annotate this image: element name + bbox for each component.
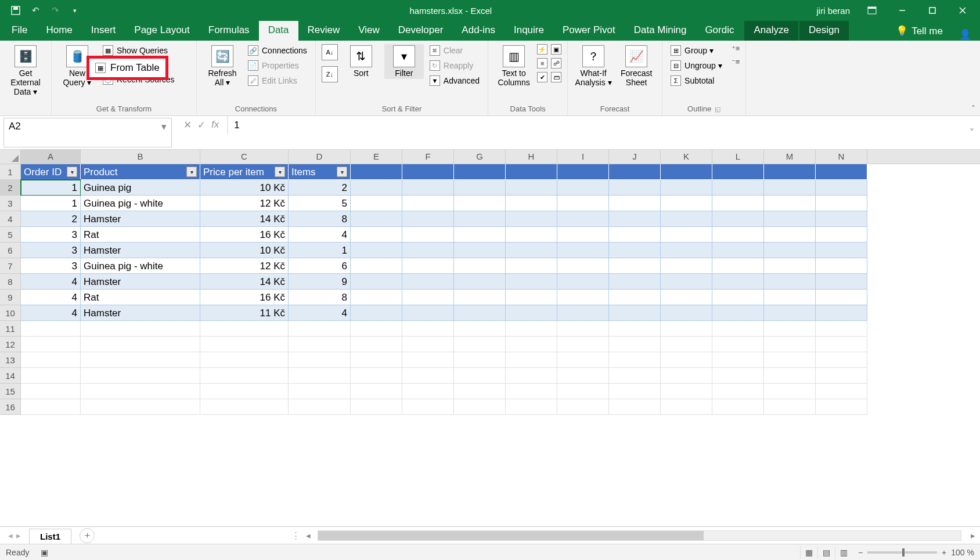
cell[interactable]: 12 Kč [200,258,289,274]
cell[interactable] [557,227,609,243]
cell[interactable] [816,305,867,321]
col-header-F[interactable]: F [402,150,454,164]
cell[interactable] [454,164,506,180]
cell[interactable] [712,180,764,196]
show-detail-icon[interactable]: ⁺≡ [732,44,740,53]
cell[interactable] [506,305,557,321]
col-header-H[interactable]: H [506,150,557,164]
cell[interactable] [816,321,867,337]
cell[interactable] [816,243,867,258]
table-header[interactable]: Items▾ [289,164,351,180]
cell[interactable] [557,274,609,290]
zoom-slider[interactable] [867,551,937,554]
cell[interactable]: 6 [289,258,351,274]
next-sheet-icon[interactable]: ▸ [16,530,21,541]
table-header[interactable]: Order ID▾ [21,164,81,180]
cell[interactable] [351,321,402,337]
cell[interactable] [609,352,661,368]
tab-gordic[interactable]: Gordic [696,21,743,41]
cell[interactable] [289,352,351,368]
col-header-E[interactable]: E [351,150,402,164]
filter-button[interactable]: ▾ Filter [384,44,424,79]
filter-dropdown-icon[interactable]: ▾ [186,167,197,177]
cell[interactable] [454,274,506,290]
cell[interactable] [661,227,712,243]
cell[interactable] [557,368,609,384]
cell[interactable] [712,290,764,305]
maximize-button[interactable] [918,0,946,21]
cell[interactable] [816,274,867,290]
row-header[interactable]: 15 [0,384,21,399]
cell[interactable] [816,337,867,352]
page-layout-view-icon[interactable]: ▤ [817,546,835,559]
tab-inquire[interactable]: Inquire [505,21,553,41]
cell[interactable] [351,274,402,290]
row-header[interactable]: 9 [0,290,21,305]
cell[interactable] [402,399,454,415]
cell[interactable] [557,305,609,321]
row-header[interactable]: 10 [0,305,21,321]
row-header[interactable]: 4 [0,211,21,227]
cell[interactable]: Rat [81,227,200,243]
cell[interactable] [609,399,661,415]
cancel-icon[interactable]: ✕ [183,119,192,131]
cell[interactable] [661,243,712,258]
cell[interactable]: Guinea pig - white [81,258,200,274]
cell[interactable] [21,368,81,384]
cell[interactable] [816,399,867,415]
cell[interactable] [764,321,816,337]
cell[interactable] [661,164,712,180]
cell[interactable]: 9 [289,274,351,290]
cell[interactable]: 3 [21,258,81,274]
cell[interactable]: 14 Kč [200,211,289,227]
cell[interactable] [661,368,712,384]
connections-button[interactable]: 🔗Connections [246,44,309,57]
get-external-data-button[interactable]: 🗄️ Get External Data ▾ [6,44,45,97]
dialog-launcher-icon[interactable]: ◱ [715,106,720,113]
cell[interactable] [506,352,557,368]
cell[interactable] [557,258,609,274]
cell[interactable] [816,164,867,180]
sheet-tab[interactable]: List1 [29,529,71,544]
cell[interactable] [609,368,661,384]
cell[interactable] [609,243,661,258]
zoom-in-button[interactable]: + [942,548,946,557]
select-all-corner[interactable] [0,150,21,164]
cell[interactable]: 5 [289,196,351,211]
row-header[interactable]: 1 [0,164,21,180]
cell[interactable] [454,337,506,352]
row-header[interactable]: 8 [0,274,21,290]
cell[interactable] [609,384,661,399]
spreadsheet-grid[interactable]: ABCDEFGHIJKLMN 1Order ID▾Product▾Price p… [0,150,980,526]
cell[interactable] [661,321,712,337]
cell[interactable] [816,180,867,196]
cell[interactable] [661,196,712,211]
expand-formula-bar-icon[interactable]: ˅ [964,116,980,149]
cell[interactable] [21,337,81,352]
consolidate-icon[interactable]: ▣ [551,44,561,55]
tab-home[interactable]: Home [37,21,81,41]
cell[interactable] [609,211,661,227]
cell[interactable] [289,368,351,384]
collapse-ribbon-button[interactable]: ˄ [971,104,975,113]
cell[interactable] [200,321,289,337]
cell[interactable]: 3 [21,243,81,258]
cell[interactable]: 4 [21,305,81,321]
cell[interactable] [402,164,454,180]
row-header[interactable]: 3 [0,196,21,211]
what-if-button[interactable]: ？ What-If Analysis ▾ [574,44,613,88]
cell[interactable] [609,321,661,337]
cell[interactable]: 12 Kč [200,196,289,211]
cell[interactable] [816,290,867,305]
row-header[interactable]: 14 [0,368,21,384]
cell[interactable] [81,384,200,399]
cell[interactable] [661,337,712,352]
cell[interactable] [402,384,454,399]
cell[interactable] [402,211,454,227]
cell[interactable] [764,180,816,196]
cell[interactable]: 4 [289,305,351,321]
cell[interactable] [712,274,764,290]
cell[interactable] [764,258,816,274]
cell[interactable] [351,211,402,227]
cell[interactable] [506,180,557,196]
